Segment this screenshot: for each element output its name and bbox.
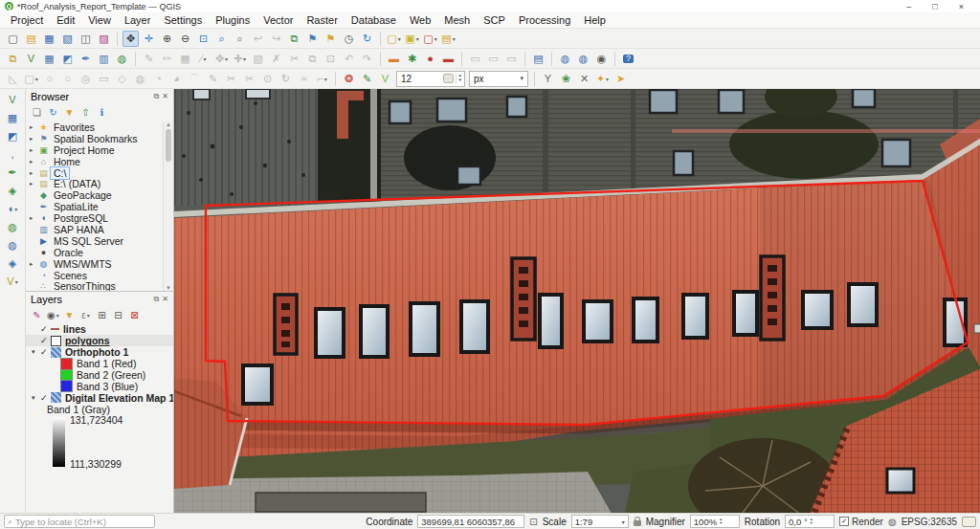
db-manager[interactable]: ▤: [530, 51, 546, 67]
add-part[interactable]: ◔: [150, 71, 167, 87]
scroll-down-icon[interactable]: ▼: [166, 285, 171, 291]
menu-vector[interactable]: Vector: [256, 13, 300, 27]
data-defined-override-icon[interactable]: [443, 74, 454, 83]
layer-polygons[interactable]: ✓polygons: [26, 335, 173, 346]
band-2-green[interactable]: Band 2 (Green): [26, 369, 173, 381]
rotation-input[interactable]: 0,0 ° ▲▼: [785, 515, 835, 528]
browser-wms-wmts[interactable]: ▸◍WMS/WMTS: [26, 258, 173, 270]
reshape-features[interactable]: ✎: [205, 71, 221, 87]
browser-home[interactable]: ▸⌂Home: [26, 156, 173, 167]
undo[interactable]: ↶: [341, 51, 357, 67]
modify-attributes[interactable]: ▧: [250, 51, 266, 67]
new-temporary-scratch-layer[interactable]: V: [4, 274, 20, 290]
messages-icon[interactable]: [962, 517, 976, 527]
marker-annotation[interactable]: ✦: [594, 71, 611, 87]
scale-combo[interactable]: 1:79▾: [571, 515, 629, 528]
scp-bandset[interactable]: ▬: [386, 51, 402, 67]
filter-legend[interactable]: ▼: [62, 308, 77, 322]
menu-mesh[interactable]: Mesh: [437, 13, 477, 27]
project-open[interactable]: ▤: [23, 31, 39, 47]
add-delimited-text-layer[interactable]: ✒: [78, 51, 94, 67]
add-selected-layers[interactable]: ❏: [30, 106, 44, 121]
line-annotation[interactable]: ➤: [612, 71, 629, 87]
menu-layer[interactable]: Layer: [118, 13, 158, 27]
menu-web[interactable]: Web: [403, 13, 437, 27]
browser-project-home[interactable]: ▸▣Project Home: [26, 144, 173, 156]
browser-scrollbar[interactable]: ▲ ▼: [163, 121, 173, 291]
epsg-status[interactable]: EPSG:32635: [902, 517, 957, 527]
crs-globe-icon[interactable]: ◍: [888, 517, 897, 527]
toggle-editing[interactable]: ✏: [159, 51, 175, 67]
scp-roi[interactable]: ●: [422, 51, 438, 67]
refresh-map[interactable]: ↻: [359, 31, 375, 47]
render-checkbox[interactable]: ✓ Render: [839, 517, 883, 527]
select-by-value[interactable]: ▣: [404, 31, 420, 47]
filter-browser[interactable]: ▼: [62, 106, 77, 121]
collapse-all[interactable]: ⇧: [78, 106, 93, 121]
add-raster-layer[interactable]: ▦: [41, 51, 57, 67]
add-virtual-layer[interactable]: ◈: [4, 183, 20, 199]
scp-tool-c[interactable]: ▭: [503, 51, 520, 67]
scp-classification[interactable]: ▬: [440, 51, 457, 67]
project-save-as[interactable]: ▧: [59, 31, 76, 47]
maximize-button[interactable]: □: [932, 2, 937, 11]
band-1-red[interactable]: Band 1 (Red): [26, 358, 173, 369]
select-annotation[interactable]: Y: [540, 71, 556, 87]
zoom-to-layer[interactable]: ⌕: [232, 31, 248, 47]
layout-manager[interactable]: ◫: [78, 31, 94, 47]
add-mesh-layer[interactable]: ◩: [59, 51, 76, 67]
current-edits[interactable]: ✎: [141, 51, 157, 67]
annotation-style[interactable]: ✎: [359, 71, 375, 87]
paste-features[interactable]: ⊡: [323, 51, 339, 67]
project-new[interactable]: ▢: [5, 31, 21, 47]
zoom-last[interactable]: ↩: [250, 31, 266, 47]
new-map-view[interactable]: ⧉: [286, 31, 302, 47]
zoom-next[interactable]: ↪: [268, 31, 284, 47]
zoom-out[interactable]: ⊖: [177, 31, 193, 47]
data-source-manager[interactable]: ⧉: [5, 51, 21, 67]
street-view[interactable]: ◉: [593, 51, 610, 67]
text-annotation[interactable]: V: [377, 71, 393, 87]
trim-extend[interactable]: ⌐: [314, 71, 330, 87]
plugin-help[interactable]: ?: [620, 51, 636, 67]
open-attribute-table[interactable]: ▤: [440, 31, 457, 47]
lock-scale-icon[interactable]: [634, 520, 641, 526]
scp-working-toolbar[interactable]: ✱: [404, 51, 420, 67]
open-layer-styling-panel[interactable]: ✎: [30, 308, 44, 322]
grass-tools[interactable]: ❂: [341, 71, 357, 87]
add-ring[interactable]: ◍: [132, 71, 148, 87]
minimize-button[interactable]: –: [906, 2, 911, 11]
deselect-features[interactable]: ▢: [422, 31, 438, 47]
wms-client[interactable]: ◍: [575, 51, 591, 67]
metasearch[interactable]: ◍: [557, 51, 573, 67]
split-features[interactable]: ✂: [223, 71, 239, 87]
add-wms-wmts-layer[interactable]: ◍: [4, 219, 20, 235]
add-wfs-layer[interactable]: ◈: [4, 255, 20, 272]
menu-plugins[interactable]: Plugins: [209, 13, 256, 27]
cut-features[interactable]: ✂: [286, 51, 302, 67]
add-delimited-text[interactable]: ,: [4, 146, 20, 163]
pan-to-selection[interactable]: ✛: [141, 31, 157, 47]
collapse-all-layers[interactable]: ⊟: [111, 308, 125, 322]
manage-map-themes[interactable]: ◉: [46, 308, 60, 322]
spin-arrows[interactable]: ▲▼: [456, 74, 464, 83]
save-layer-edits[interactable]: ▦: [177, 51, 193, 67]
copy-features[interactable]: ⧉: [304, 51, 321, 67]
rectangle-tool[interactable]: ▭: [96, 71, 112, 87]
redo[interactable]: ↷: [359, 51, 375, 67]
add-spatialite-layer[interactable]: ✒: [4, 165, 20, 181]
extents-icon[interactable]: ⊡: [529, 517, 537, 527]
add-vector-layer[interactable]: V: [23, 51, 39, 67]
add-xyz-layer[interactable]: ◍: [4, 237, 20, 253]
panel-close-icon[interactable]: ✕: [162, 295, 168, 304]
menu-scp[interactable]: SCP: [477, 13, 512, 27]
rotate-feature[interactable]: ↻: [278, 71, 294, 87]
panel-float-icon[interactable]: ⧉: [154, 92, 160, 101]
band-3-blue[interactable]: Band 3 (Blue): [26, 381, 173, 392]
close-button[interactable]: ×: [959, 2, 964, 11]
annotation-unit-combo[interactable]: px ▾: [469, 71, 528, 87]
browser-sensorthings[interactable]: ∴SensorThings: [26, 280, 173, 290]
polygon-annotation[interactable]: ❀: [558, 71, 574, 87]
select-features[interactable]: ▢: [386, 31, 402, 47]
magnifier-input[interactable]: 100% ▲▼: [690, 515, 740, 528]
